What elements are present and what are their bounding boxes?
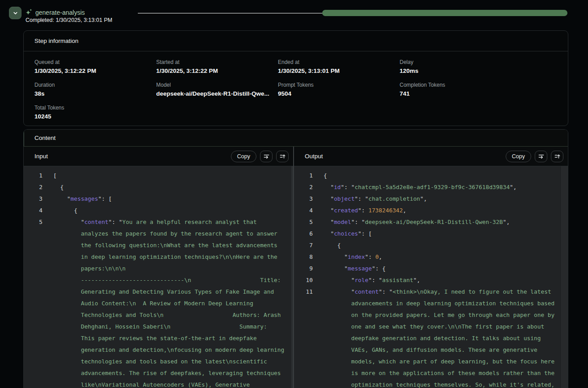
completed-timestamp: Completed: 1/30/2025, 3:13:01 PM [26, 17, 112, 23]
field-value: 1/30/2025, 3:12:22 PM [34, 67, 156, 74]
word-wrap-button[interactable] [260, 151, 273, 162]
collapse-button[interactable] [9, 7, 21, 19]
code-line: 6"choices": [ [294, 228, 568, 240]
input-toolbar: Input Copy [24, 147, 293, 166]
line-number: 8 [294, 251, 313, 263]
code-line: 5"model": "deepseek-ai/DeepSeek-R1-Disti… [294, 216, 568, 228]
field-label: Model [156, 82, 278, 88]
trace-header: generate-analysis Completed: 1/30/2025, … [0, 0, 588, 30]
output-scrollbar[interactable] [560, 166, 568, 388]
code-line: 4{ [24, 205, 293, 216]
field-started-at: Started at 1/30/2025, 3:12:22 PM [156, 59, 278, 74]
timeline-duration-bar[interactable] [322, 10, 567, 16]
line-number: 2 [24, 181, 43, 193]
code-line: 7{ [294, 240, 568, 251]
step-information-title: Step information [24, 31, 568, 51]
field-label: Completion Tokens [400, 82, 557, 88]
field-value: 10245 [34, 113, 156, 120]
input-panel-title: Input [34, 153, 48, 160]
field-total-tokens: Total Tokens 10245 [34, 105, 156, 120]
scroll-top-button[interactable] [551, 151, 563, 162]
scroll-top-button[interactable] [276, 151, 289, 162]
line-number: 5 [24, 216, 43, 228]
line-number: 1 [24, 170, 43, 181]
output-toolbar: Output Copy [294, 147, 568, 166]
code-line: 9"message": { [294, 263, 568, 274]
line-number: 4 [24, 205, 43, 216]
line-number: 6 [294, 228, 313, 240]
line-number: 3 [24, 193, 43, 205]
field-value: 741 [400, 90, 557, 97]
output-panel-title: Output [305, 153, 323, 160]
field-model: Model deepseek-ai/DeepSeek-R1-Distill-Qw… [156, 82, 278, 97]
word-wrap-button[interactable] [535, 151, 547, 162]
line-number: 3 [294, 193, 313, 205]
field-queued-at: Queued at 1/30/2025, 3:12:22 PM [34, 59, 156, 74]
word-wrap-icon [538, 153, 545, 160]
code-line: 2{ [24, 181, 293, 193]
word-wrap-icon [263, 153, 270, 160]
input-scrollbar[interactable] [291, 166, 293, 388]
field-label: Delay [400, 59, 557, 65]
code-line: 1[ [24, 170, 293, 181]
copy-output-button[interactable]: Copy [506, 151, 531, 162]
code-line: 5"content": "You are a helpful research … [24, 216, 293, 388]
code-line: 1{ [294, 170, 568, 181]
line-number: 9 [294, 263, 313, 274]
field-label: Started at [156, 59, 278, 65]
step-information-panel: Step information Queued at 1/30/2025, 3:… [23, 30, 568, 126]
field-label: Total Tokens [34, 105, 156, 111]
line-number: 2 [294, 181, 313, 193]
scroll-top-icon [554, 153, 561, 160]
code-line: 4"created": 1738246342, [294, 205, 568, 216]
line-number: 10 [294, 274, 313, 286]
field-label: Queued at [34, 59, 156, 65]
step-information-fields: Queued at 1/30/2025, 3:12:22 PM Started … [24, 51, 568, 120]
code-line: 2"id": "chatcmpl-5a5d2e8e-adf1-9329-bf9c… [294, 181, 568, 193]
field-value: deepseek-ai/DeepSeek-R1-Distill-Qwe... [156, 90, 278, 97]
output-code-area[interactable]: 1{2"id": "chatcmpl-5a5d2e8e-adf1-9329-bf… [294, 166, 568, 388]
field-value: 1/30/2025, 3:12:22 PM [156, 67, 278, 74]
field-prompt-tokens: Prompt Tokens 9504 [278, 82, 400, 97]
code-line: 3"messages": [ [24, 193, 293, 205]
content-section: Content Input Copy 1[2{3 [23, 129, 568, 388]
field-duration: Duration 38s [34, 82, 156, 97]
code-line: 11"content": "<think>\nOkay, I need to f… [294, 286, 568, 388]
line-number: 4 [294, 205, 313, 216]
input-panel: Input Copy 1[2{3"messages": [4{5"content… [24, 147, 293, 388]
line-number: 5 [294, 216, 313, 228]
code-line: 3"object": "chat.completion", [294, 193, 568, 205]
chevron-down-icon [13, 10, 18, 16]
field-value: 38s [34, 90, 156, 97]
sparkles-icon [25, 8, 33, 16]
step-title: generate-analysis [35, 9, 85, 16]
field-ended-at: Ended at 1/30/2025, 3:13:01 PM [278, 59, 400, 74]
field-delay: Delay 120ms [400, 59, 557, 74]
line-number: 11 [294, 286, 313, 298]
code-line: 10"role": "assistant", [294, 274, 568, 286]
field-label: Duration [34, 82, 156, 88]
input-code-area[interactable]: 1[2{3"messages": [4{5"content": "You are… [24, 166, 293, 388]
field-value: 9504 [278, 90, 400, 97]
field-label: Ended at [278, 59, 400, 65]
field-value: 120ms [400, 67, 557, 74]
content-section-title: Content [24, 130, 568, 147]
field-label: Prompt Tokens [278, 82, 400, 88]
line-number: 1 [294, 170, 313, 181]
field-completion-tokens: Completion Tokens 741 [400, 82, 557, 97]
field-value: 1/30/2025, 3:13:01 PM [278, 67, 400, 74]
scroll-top-icon [279, 153, 286, 160]
output-panel: Output Copy 1{2"id": "chatcmpl-5a5d2e8e-… [293, 147, 568, 388]
copy-input-button[interactable]: Copy [231, 151, 256, 162]
code-line: 8"index": 0, [294, 251, 568, 263]
line-number: 7 [294, 240, 313, 251]
